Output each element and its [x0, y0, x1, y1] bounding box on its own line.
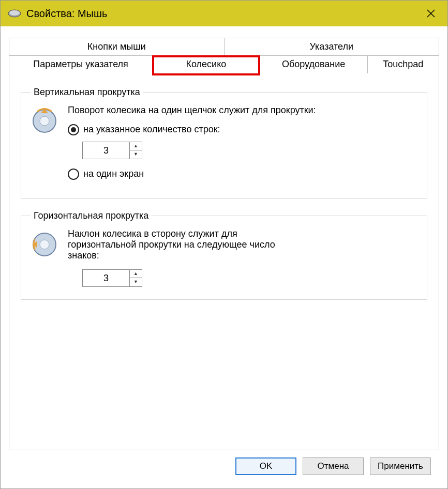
content-area: Кнопки мыши Указатели Параметры указател…: [1, 26, 447, 488]
tab-pointers[interactable]: Указатели: [224, 38, 439, 56]
mouse-properties-window: Свойства: Мышь Кнопки мыши Указатели Пар…: [0, 0, 448, 489]
radio-lines-label: на указанное количество строк:: [83, 124, 220, 135]
vertical-legend: Вертикальная прокрутка: [31, 87, 143, 98]
spinner-up-icon[interactable]: ▲: [130, 142, 142, 151]
spinner-up-icon[interactable]: ▲: [130, 270, 142, 279]
apply-button[interactable]: Применить: [370, 457, 431, 475]
titlebar: Свойства: Мышь: [1, 1, 447, 26]
tab-pointer-options[interactable]: Параметры указателя: [9, 56, 153, 73]
tab-touchpad[interactable]: Touchpad: [367, 56, 439, 73]
svg-point-5: [40, 116, 49, 126]
horizontal-desc: Наклон колесика в сторону служит для гор…: [68, 228, 290, 261]
horizontal-legend: Горизонтальная прокрутка: [31, 210, 152, 221]
horizontal-chars-value[interactable]: 3: [83, 270, 129, 286]
spinner-down-icon[interactable]: ▼: [130, 278, 142, 286]
window-title: Свойства: Мышь: [26, 8, 417, 20]
spinner-down-icon[interactable]: ▼: [130, 150, 142, 159]
radio-lines[interactable]: [68, 124, 79, 135]
horizontal-scroll-group: Горизонтальная прокрутка Наклон колесика…: [21, 210, 427, 300]
wheel-vertical-icon: [31, 106, 58, 136]
vertical-scroll-group: Вертикальная прокрутка Поворот колесика …: [21, 87, 427, 199]
horizontal-chars-spinner[interactable]: 3 ▲ ▼: [82, 269, 142, 287]
close-button[interactable]: [417, 1, 444, 26]
wheel-horizontal-icon: [31, 230, 58, 260]
tab-body: Вертикальная прокрутка Поворот колесика …: [9, 73, 439, 451]
radio-lines-row[interactable]: на указанное количество строк:: [68, 124, 417, 135]
vertical-lines-spinner[interactable]: 3 ▲ ▼: [82, 142, 142, 159]
vertical-lines-value[interactable]: 3: [83, 142, 129, 159]
vertical-desc: Поворот колесика на один щелчок служит д…: [68, 105, 417, 116]
dialog-buttons: OK Отмена Применить: [9, 450, 439, 483]
tab-hardware[interactable]: Оборудование: [260, 56, 367, 73]
svg-point-7: [40, 240, 49, 249]
svg-point-1: [9, 10, 20, 16]
mouse-icon: [8, 9, 21, 18]
tab-wheel[interactable]: Колесико: [153, 56, 260, 73]
ok-button[interactable]: OK: [235, 457, 296, 475]
radio-screen-row[interactable]: на один экран: [68, 169, 417, 180]
radio-screen-label: на один экран: [83, 169, 144, 179]
tab-buttons[interactable]: Кнопки мыши: [9, 38, 225, 56]
cancel-button[interactable]: Отмена: [303, 457, 364, 475]
radio-screen[interactable]: [68, 169, 79, 180]
tab-strip: Кнопки мыши Указатели Параметры указател…: [9, 38, 439, 73]
